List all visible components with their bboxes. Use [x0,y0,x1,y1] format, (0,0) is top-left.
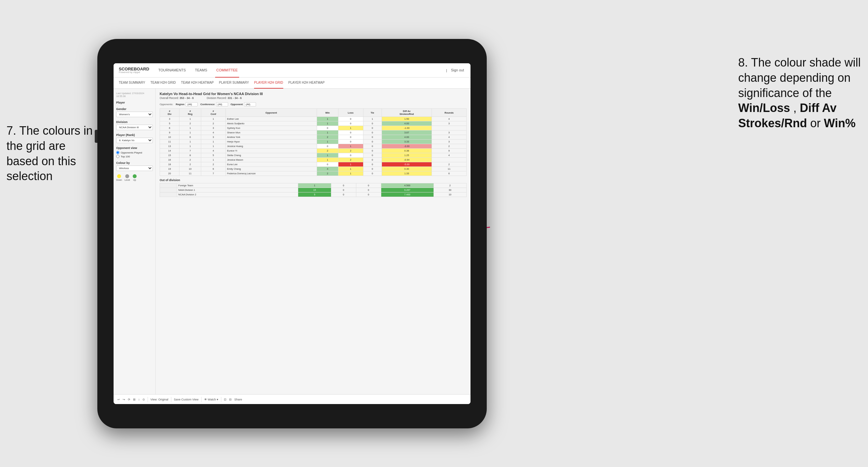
top-100-radio[interactable]: Top 100 [116,155,153,158]
export-btn[interactable]: ⊡ [224,398,226,401]
subnav-team-h2h-heatmap[interactable]: TEAM H2H HEATMAP [181,77,214,89]
cell-reg: 1 [179,126,201,130]
cell-opponent: Esther Lee [225,117,317,121]
cell-div: 15 [160,153,180,158]
tablet-screen: SCOREBOARD Powered by clippd TOURNAMENTS… [114,63,470,404]
filter-conference-group: Conference (All) [200,102,228,106]
cell-rounds: 3 [432,121,466,126]
cell-rounds [432,158,466,162]
sign-out-btn[interactable]: Sign out [450,63,465,77]
th-loss: Loss [338,109,363,117]
colour-legend: Down Level Up [116,174,153,181]
cell-tie: 0 [363,130,381,135]
filter-opponent-group: Opponent (All) [231,102,256,106]
ood-cell-tie: 0 [356,183,381,188]
th-opponent: Opponent [225,109,317,117]
refresh-btn[interactable]: ⟳ [128,398,130,401]
ood-table-row: NCAA Division 2 5 0 0 7.400 10 [160,192,467,197]
nav-separator: | [446,68,447,72]
sort-btn[interactable]: ↕ [138,398,140,401]
cell-conf: 1 [201,117,226,121]
subnav-player-h2h-grid[interactable]: PLAYER H2H GRID [254,77,283,89]
grid-records: Overall Record: 353 - 34 - 6 Division Re… [160,96,467,100]
opponent-filter-select[interactable]: (All) [244,102,256,106]
toolbar-divider-3 [201,397,202,402]
subnav-team-h2h-grid[interactable]: TEAM H2H GRID [151,77,176,89]
cell-div: 9 [160,130,180,135]
grid-area: Katelyn Vo Head-to-Head Grid for Women's… [156,89,470,394]
player-rank-select[interactable]: 8. Katelyn Vo [116,137,153,143]
cell-tie: 0 [363,172,381,176]
watch-btn[interactable]: 👁 Watch ▾ [204,398,218,401]
nav-tournaments[interactable]: TOURNAMENTS [157,63,187,77]
conference-filter-select[interactable]: (All) [216,102,228,106]
division-select[interactable]: NCAA Division III [116,125,153,130]
cell-reg: 7 [179,149,201,153]
cell-loss: 2 [338,149,363,153]
cell-rounds: 3 [432,130,466,135]
subnav-player-h2h-heatmap[interactable]: PLAYER H2H HEATMAP [288,77,325,89]
cell-opponent: Eunice Yi [225,149,317,153]
cell-rounds: 3 [432,139,466,144]
ood-cell-empty [160,188,177,192]
cell-tie: 0 [363,158,381,162]
ood-cell-label: NAIA Division 1 [177,188,298,192]
cell-opponent: Sydney Kuo [225,126,317,130]
cell-conf: 1 [201,144,226,149]
cell-tie: 0 [363,144,381,149]
cell-tie: 0 [363,126,381,130]
table-row: 14 7 4 Eunice Yi 2 2 0 0.38 9 [160,149,467,153]
redo-btn[interactable]: ↪ [123,398,125,401]
table-row: 9 1 4 Sharon Mun 1 0 0 3.67 3 [160,130,467,135]
cell-win: 2 [317,149,338,153]
cell-rounds: 4 [432,153,466,158]
ood-cell-label: Foreign Team [177,183,298,188]
ood-cell-label: NCAA Division 2 [177,192,298,197]
opponents-played-radio[interactable]: Opponents Played [116,151,153,154]
th-win: Win [317,109,338,117]
top-nav: SCOREBOARD Powered by clippd TOURNAMENTS… [114,63,470,77]
cell-opponent: Euna Lee [225,162,317,167]
view-original-btn[interactable]: View: Original [151,398,168,401]
cell-loss: 1 [338,162,363,167]
cell-win: 1 [317,139,338,144]
gender-select[interactable]: Women's [116,112,153,117]
side-button [95,130,97,143]
cell-conf: 3 [201,135,226,139]
sidebar: Last Updated: 27/03/2024 16:55:38 Player… [114,89,156,394]
save-custom-view-btn[interactable]: Save Custom View [174,398,198,401]
cell-div: 6 [160,126,180,130]
cell-loss: 0 [338,135,363,139]
colour-by-select[interactable]: Win/loss [116,165,153,171]
out-of-division-header: Out of division [160,179,467,182]
nav-committee[interactable]: COMMITTEE [215,63,239,77]
target-btn[interactable]: ⊙ [143,398,145,401]
subnav-team-summary[interactable]: TEAM SUMMARY [119,77,145,89]
subnav-player-summary[interactable]: PLAYER SUMMARY [219,77,249,89]
ood-cell-diff: 7.400 [381,192,434,197]
sidebar-colour-by: Colour by Win/loss [116,161,153,171]
region-filter-select[interactable]: (All) [186,102,197,106]
th-conf: #Conf [201,109,226,117]
nav-teams[interactable]: TEAMS [194,63,209,77]
table-row: 18 2 2 Euna Lee 0 1 0 -5.00 2 [160,162,467,167]
cell-win: 1 [317,121,338,126]
share-btn[interactable]: Share [234,398,242,401]
cell-diff: 3.33 [381,139,432,144]
cell-reg: 8 [179,153,201,158]
legend-up-dot [133,174,136,178]
legend-level: Level [125,174,130,181]
tablet-device: SCOREBOARD Powered by clippd TOURNAMENTS… [97,39,487,428]
cell-conf: 4 [201,149,226,153]
layout-btn[interactable]: ⊟ [229,398,232,401]
grid-btn[interactable]: ⊞ [133,398,136,401]
cell-conf: 7 [201,172,226,176]
sidebar-timestamp: Last Updated: 27/03/2024 16:55:38 [116,92,153,98]
table-row: 5 2 2 Alexis Sudjianto 1 0 0 4.00 3 [160,121,467,126]
undo-btn[interactable]: ↩ [118,398,120,401]
cell-loss: 1 [338,167,363,172]
cell-rounds: 11 [432,167,466,172]
cell-diff: 0.30 [381,167,432,172]
cell-div: 13 [160,144,180,149]
cell-reg: 2 [179,158,201,162]
